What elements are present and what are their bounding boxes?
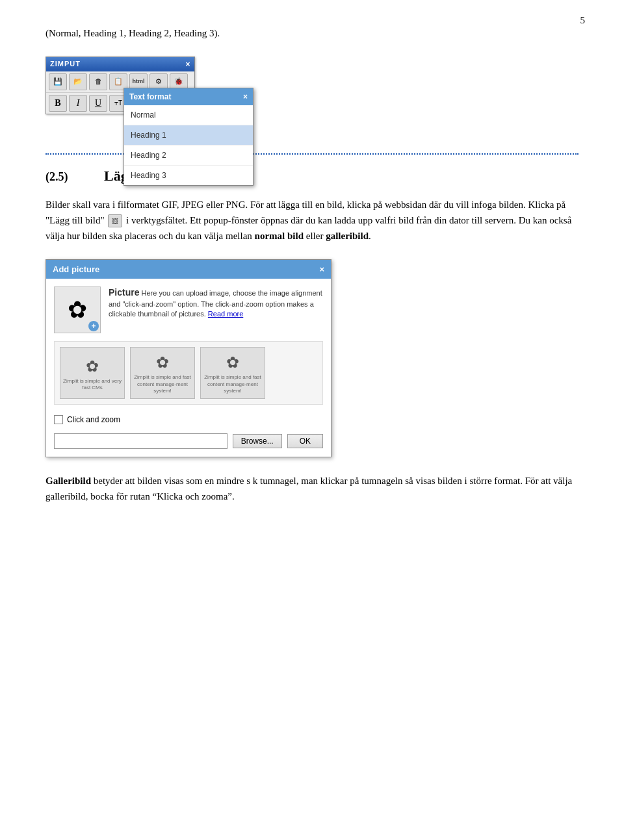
zimput-title: ZiMPut: [50, 58, 81, 70]
italic-icon: I: [77, 96, 80, 110]
underline-icon: U: [95, 96, 101, 110]
tt-icon: ᴛT: [114, 98, 122, 108]
body-text-galleribild: galleribild: [326, 231, 369, 241]
gear-icon: ⚙: [155, 76, 162, 87]
gallery-thumbnails: ✿ Zimplit is simple and very fast CMs ✿ …: [54, 341, 323, 405]
text-format-title: Text format: [129, 91, 171, 103]
bold-btn[interactable]: B: [49, 95, 67, 112]
text-format-heading2[interactable]: Heading 2: [124, 146, 253, 166]
add-picture-title: Add picture: [53, 263, 99, 276]
add-picture-titlebar: Add picture ×: [46, 260, 331, 279]
text-format-normal[interactable]: Normal: [124, 105, 253, 125]
bug-icon: 🐞: [174, 76, 183, 87]
intro-text: (Normal, Heading 1, Heading 2, Heading 3…: [46, 26, 578, 41]
thumb-text-3: Zimplit is simple and fast content manag…: [203, 374, 262, 394]
zimput-close-icon[interactable]: ×: [185, 58, 190, 70]
open-icon: 📂: [73, 76, 83, 87]
zimput-screenshot: ZiMPut × 💾 📂 🗑 📋 html ⚙ 🐞 B I U ᴛT 🌐 🖼: [46, 57, 195, 114]
click-zoom-row: Click and zoom: [54, 414, 323, 426]
text-format-close-icon[interactable]: ×: [243, 91, 248, 103]
copy-icon: 📋: [114, 76, 123, 87]
text-format-titlebar: Text format ×: [124, 88, 253, 105]
add-picture-screenshot: Add picture × ✿ + Picture Here you can u…: [46, 259, 578, 458]
browse-row: Browse... OK: [54, 433, 323, 449]
thumb-text-2: Zimplit is simple and fast content manag…: [133, 374, 192, 394]
underline-btn[interactable]: U: [89, 95, 107, 112]
add-picture-body: ✿ + Picture Here you can upload image, c…: [46, 279, 331, 457]
thumb-flower-1: ✿: [86, 355, 99, 378]
bold-icon: B: [55, 96, 60, 110]
picture-icon-placeholder: ✿ +: [54, 286, 101, 333]
thumbnail-2: ✿ Zimplit is simple and fast content man…: [130, 347, 195, 399]
delete-btn[interactable]: 🗑: [89, 73, 107, 90]
body-text-eller: eller: [304, 231, 326, 241]
text-format-popup: Text format × Normal Heading 1 Heading 2…: [124, 88, 254, 186]
add-plus-icon: +: [88, 321, 99, 331]
click-zoom-checkbox[interactable]: [54, 415, 63, 424]
read-more-link[interactable]: Read more: [208, 310, 243, 318]
body-text-period: .: [369, 231, 371, 241]
file-input-field[interactable]: [54, 433, 228, 449]
footer-paragraph: Galleribild betyder att bilden visas som…: [46, 473, 578, 504]
thumb-text-1: Zimplit is simple and very fast CMs: [63, 378, 122, 392]
thumb-flower-2: ✿: [156, 351, 169, 374]
zimput-titlebar: ZiMPut ×: [46, 57, 194, 71]
thumbnail-3: ✿ Zimplit is simple and fast content man…: [200, 347, 265, 399]
open-btn[interactable]: 📂: [69, 73, 87, 90]
save-btn[interactable]: 💾: [49, 73, 67, 90]
add-image-toolbar-icon: 🖼: [108, 214, 122, 227]
body-paragraph-1: Bilder skall vara i filformatet GIF, JPE…: [46, 197, 578, 244]
page: 5 (Normal, Heading 1, Heading 2, Heading…: [0, 0, 624, 840]
ok-button[interactable]: OK: [287, 434, 323, 448]
picture-description: Picture Here you can upload image, choos…: [109, 286, 323, 319]
click-zoom-label: Click and zoom: [67, 414, 120, 426]
galleribild-label: Galleribild: [46, 476, 91, 486]
add-picture-close-icon[interactable]: ×: [319, 263, 324, 276]
picture-section-title: Picture: [109, 287, 139, 298]
section-number: (2.5): [46, 168, 84, 186]
text-format-heading1[interactable]: Heading 1: [124, 125, 253, 146]
footer-text-rest: betyder att bilden visas som en mindre s…: [46, 476, 572, 502]
text-format-heading3[interactable]: Heading 3: [124, 166, 253, 185]
browse-button[interactable]: Browse...: [233, 434, 282, 448]
body-text-normal-bild: normal bild: [255, 231, 304, 241]
flower-icon: ✿: [68, 292, 87, 327]
picture-info-row: ✿ + Picture Here you can upload image, c…: [54, 286, 323, 333]
html-label: html: [133, 77, 145, 86]
page-number: 5: [580, 13, 586, 28]
add-picture-window: Add picture × ✿ + Picture Here you can u…: [46, 259, 332, 458]
trash-icon: 🗑: [95, 76, 102, 87]
thumbnail-1: ✿ Zimplit is simple and very fast CMs: [60, 347, 125, 399]
thumb-flower-3: ✿: [226, 351, 239, 374]
italic-btn[interactable]: I: [69, 95, 87, 112]
save-icon: 💾: [53, 76, 62, 87]
